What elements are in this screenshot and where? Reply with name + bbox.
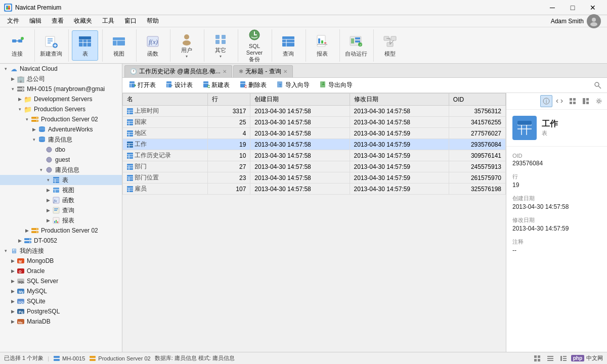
server-icon (16, 85, 25, 93)
query-button[interactable]: 查询 (275, 30, 301, 61)
schema-icon (45, 166, 54, 174)
view-icon (111, 33, 127, 50)
new-query-button[interactable]: 新建查询 (38, 30, 64, 61)
table-row[interactable]: 雇员 107 2013-04-30 14:57:58 2013-04-30 14… (123, 184, 506, 195)
sql-backup-group: SQL Server 备份 (241, 29, 272, 62)
table-row[interactable]: 部门位置 23 2013-04-30 14:57:58 2013-04-30 1… (123, 172, 506, 184)
sidebar-item-navicat-cloud[interactable]: ▾ ☁ Navicat Cloud (0, 64, 122, 74)
design-table-button[interactable]: 设计表 (161, 79, 197, 92)
connect-button[interactable]: 连接 (4, 30, 30, 61)
folder-icon: 📁 (23, 105, 32, 113)
sidebar-item-employee-schema[interactable]: ▾ 庸员信息 (0, 165, 122, 175)
new-table-button[interactable]: 新建表 (198, 79, 234, 92)
table-row[interactable]: 工作历史记录 10 2013-04-30 14:57:58 2013-04-30… (123, 150, 506, 161)
menu-favorites[interactable]: 收藏夹 (69, 15, 97, 27)
menu-view[interactable]: 查看 (47, 15, 69, 27)
table-button[interactable]: 表 (72, 30, 98, 61)
expand-arrow: ▶ (16, 238, 23, 243)
code-icon-button[interactable] (553, 95, 566, 107)
tab-history-close[interactable]: ✕ (223, 69, 227, 74)
delete-table-button[interactable]: 删除表 (235, 79, 271, 92)
table-row[interactable]: 地区 4 2013-04-30 14:57:58 2013-04-30 14:5… (123, 128, 506, 139)
sidebar-scroll[interactable]: ▾ ☁ Navicat Cloud ▶ 🏢 总公司 ▾ MH-0015 (mar… (0, 64, 122, 352)
sidebar-item-tables[interactable]: ▾ 表 (0, 175, 122, 185)
svg-rect-89 (57, 221, 58, 223)
statusbar-list-icon[interactable] (545, 353, 556, 364)
table-row[interactable]: 工作 19 2013-04-30 14:57:58 2013-04-30 14:… (123, 139, 506, 150)
oracle-icon: O (16, 267, 25, 275)
menu-tools[interactable]: 工具 (97, 15, 119, 27)
sidebar-item-sqlserver[interactable]: ▶ SQL SQL Server (0, 276, 122, 286)
tab-query-close[interactable]: ✕ (283, 69, 287, 74)
sidebar-item-production-servers[interactable]: ▾ 📁 Production Servers (0, 104, 122, 114)
menu-window[interactable]: 窗口 (119, 15, 142, 27)
minimize-button[interactable]: ─ (542, 0, 562, 15)
sidebar-item-dt0052[interactable]: ▶ DT-0052 (0, 236, 122, 246)
report-button[interactable]: 报表 (309, 30, 335, 61)
sidebar-item-views[interactable]: ▶ 视图 (0, 185, 122, 195)
sidebar-item-general-company[interactable]: ▶ 🏢 总公司 (0, 74, 122, 84)
sidebar-item-guest[interactable]: guest (0, 155, 122, 165)
sidebar-item-oracle[interactable]: ▶ O Oracle (0, 266, 122, 276)
other-button[interactable]: 其它 ▾ (207, 30, 234, 61)
sidebar-item-prod-server-02-bottom[interactable]: ▶ Production Server 02 (0, 225, 122, 236)
row-oid: 277576027 (449, 128, 505, 139)
maximize-button[interactable]: □ (562, 0, 583, 15)
sidebar: ▾ ☁ Navicat Cloud ▶ 🏢 总公司 ▾ MH-0015 (mar… (0, 64, 122, 352)
close-button[interactable]: ✕ (583, 0, 603, 15)
info-icon-button[interactable]: i (540, 95, 552, 107)
menu-help[interactable]: 帮助 (142, 15, 164, 27)
function-button[interactable]: f(x) 函数 (140, 30, 166, 61)
user-button[interactable]: 用户 ▾ (174, 30, 200, 61)
sidebar-item-postgresql[interactable]: ▶ Pg PostgreSQL (0, 306, 122, 316)
split-view-button[interactable] (580, 95, 592, 107)
import-wizard-button[interactable]: 导入向导 (272, 79, 314, 92)
sidebar-item-mongodb[interactable]: ▶ M MongoDB (0, 256, 122, 266)
table-main[interactable]: 名 行 创建日期 修改日期 OID 上班时间 3317 2013-04-30 1… (122, 93, 506, 352)
autorun-button[interactable]: ✓ 自动运行 (343, 30, 369, 61)
sidebar-item-mysql[interactable]: ▶ My MySQL (0, 286, 122, 296)
row-count: 23 (208, 172, 250, 184)
view-button[interactable]: 视图 (106, 30, 132, 61)
sidebar-item-mh0015[interactable]: ▾ MH-0015 (marybrown@gmai (0, 84, 122, 94)
panel-field: OID 293576084 (512, 153, 601, 167)
other-label: 其它 (215, 47, 226, 54)
server-icon (23, 237, 32, 245)
row-name: 地区 (123, 128, 208, 139)
statusbar-detail-icon[interactable] (558, 353, 569, 364)
settings-icon-button[interactable] (593, 95, 605, 107)
panel-field: 修改日期 2013-04-30 14:57:59 (512, 216, 601, 232)
sidebar-item-queries[interactable]: ▶ 查询 (0, 205, 122, 215)
export-wizard-button[interactable]: 导出向导 (315, 79, 357, 92)
table-row[interactable]: 国家 25 2013-04-30 14:57:58 2013-04-30 14:… (123, 117, 506, 128)
grid-view-button[interactable] (567, 95, 579, 107)
row-created: 2013-04-30 14:57:58 (250, 150, 350, 161)
tab-history[interactable]: 🕐 工作历史记录 @庸员信息.儆... ✕ (124, 65, 232, 77)
user-avatar (587, 14, 601, 28)
sidebar-item-employee-info[interactable]: ▾ 庸员信息 (0, 134, 122, 145)
sidebar-item-functions[interactable]: ▶ fx 函数 (0, 195, 122, 205)
sidebar-item-reports[interactable]: ▶ 报表 (0, 215, 122, 225)
table-row[interactable]: 部门 27 2013-04-30 14:57:58 2013-04-30 14:… (123, 161, 506, 172)
tab-query[interactable]: ✱ 无标题 - 查询 ✕ (233, 65, 293, 77)
sidebar-item-prod-server-02-top[interactable]: ▾ Production Server 02 (0, 114, 122, 124)
menu-edit[interactable]: 编辑 (24, 15, 47, 27)
folder-icon: 🏢 (16, 75, 25, 83)
svg-rect-47 (355, 37, 360, 39)
sql-backup-button[interactable]: SQL Server 备份 (241, 30, 268, 61)
svg-rect-141 (127, 119, 133, 125)
statusbar-grid-icon[interactable] (532, 353, 543, 364)
row-modified: 2013-04-30 14:57:58 (350, 117, 449, 128)
menu-file[interactable]: 文件 (2, 15, 24, 27)
open-table-button[interactable]: 打开表 (124, 79, 160, 92)
sidebar-item-mariadb[interactable]: ▶ Ma MariaDB (0, 316, 122, 327)
sidebar-label: Production Servers (34, 106, 85, 113)
search-button[interactable] (591, 80, 605, 91)
sidebar-item-dev-servers[interactable]: ▶ 📁 Development Servers (0, 94, 122, 104)
sidebar-item-my-connections[interactable]: ▾ 🖥 我的连接 (0, 246, 122, 256)
model-button[interactable]: 模型 (377, 30, 403, 61)
sidebar-item-adventure-works[interactable]: ▶ AdventureWorks (0, 124, 122, 134)
sidebar-item-dbo[interactable]: dbo (0, 145, 122, 155)
sidebar-item-sqlite[interactable]: ▶ SQL SQLite (0, 296, 122, 306)
table-row[interactable]: 上班时间 3317 2013-04-30 14:57:58 2013-04-30… (123, 106, 506, 117)
